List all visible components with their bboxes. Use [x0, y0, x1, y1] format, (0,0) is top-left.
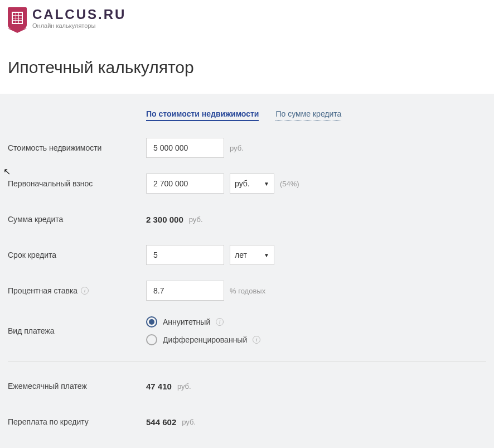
site-header: CALCUS.RU Онлайн калькуляторы	[0, 0, 494, 36]
label-monthly: Ежемесячный платеж	[8, 382, 146, 391]
divider	[8, 361, 486, 362]
tab-by-loan[interactable]: По сумме кредита	[275, 109, 341, 121]
unit-rub-monthly: руб.	[177, 382, 191, 391]
property-value-input[interactable]	[146, 138, 224, 158]
info-icon[interactable]: i	[81, 287, 89, 295]
unit-rub-overpay: руб.	[182, 418, 196, 426]
label-down-payment: Первоначальный взнос	[8, 179, 146, 188]
down-payment-percent: (54%)	[280, 180, 299, 188]
label-rate: Процентная ставка i	[8, 286, 146, 295]
label-property-value: Стоимость недвижимости	[8, 143, 146, 152]
radio-annuity[interactable]: Аннуитетный i	[146, 316, 260, 327]
chevron-down-icon: ▼	[264, 252, 269, 258]
term-input[interactable]	[146, 245, 224, 265]
tab-by-property[interactable]: По стоимости недвижимости	[146, 109, 259, 121]
down-payment-input[interactable]	[146, 174, 224, 194]
info-icon[interactable]: i	[216, 318, 224, 326]
page-title: Ипотечный калькулятор	[8, 58, 486, 77]
info-icon[interactable]: i	[253, 336, 260, 344]
radio-differentiated[interactable]: Дифференцированный i	[146, 334, 260, 345]
term-unit-select[interactable]: лет ▼	[230, 245, 274, 265]
brand-name[interactable]: CALCUS.RU	[32, 7, 126, 22]
brand-tagline: Онлайн калькуляторы	[32, 22, 126, 29]
overpay-value: 544 602	[146, 417, 176, 427]
unit-rub-loan: руб.	[189, 215, 203, 224]
rate-input[interactable]	[146, 281, 224, 301]
monthly-value: 47 410	[146, 382, 172, 391]
unit-rub: руб.	[230, 144, 244, 152]
mode-tabs: По стоимости недвижимости По сумме креди…	[146, 109, 486, 121]
radio-icon	[146, 334, 157, 345]
logo-icon	[8, 7, 27, 28]
loan-amount-value: 2 300 000	[146, 215, 183, 224]
label-term: Срок кредита	[8, 251, 146, 259]
label-loan-amount: Сумма кредита	[8, 215, 146, 224]
chevron-down-icon: ▼	[264, 181, 269, 187]
unit-pct-annual: % годовых	[230, 287, 265, 295]
down-payment-unit-select[interactable]: руб. ▼	[230, 174, 274, 194]
label-payment-type: Вид платежа	[8, 326, 146, 335]
calculator-form: По стоимости недвижимости По сумме креди…	[0, 94, 494, 448]
radio-icon	[146, 316, 157, 327]
label-overpay: Переплата по кредиту	[8, 417, 146, 426]
